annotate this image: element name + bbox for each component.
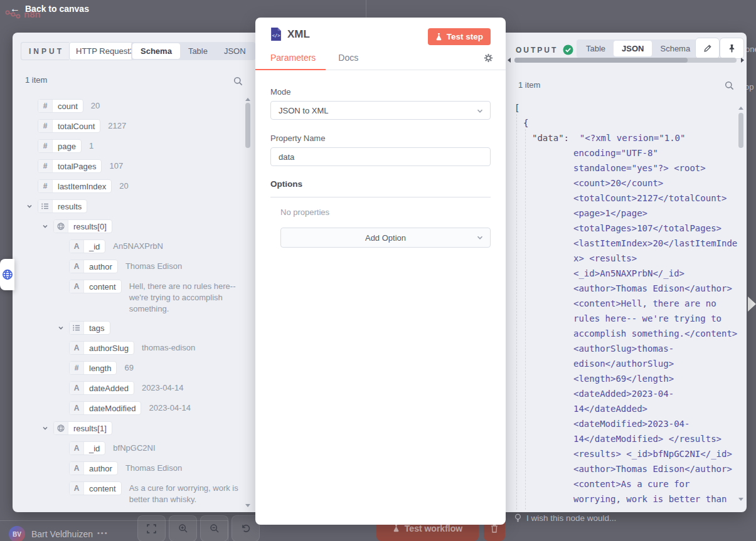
user-menu-button[interactable]: ••• (97, 529, 109, 537)
schema-row-content[interactable]: AcontentAs a cure for worrying, work is … (13, 481, 243, 505)
scroll-down-arrow[interactable] (738, 498, 743, 501)
schema-key-pill[interactable]: AdateAdded (69, 381, 134, 395)
schema-row-results-1-[interactable]: results[1] (13, 421, 243, 435)
edit-output-button[interactable] (695, 38, 720, 59)
input-tab-schema[interactable]: Schema (132, 43, 180, 59)
schema-key-pill[interactable]: Aauthor (69, 260, 118, 273)
schema-key-label: results (53, 200, 87, 213)
schema-value: Thomas Edison (125, 461, 182, 474)
schema-row-totalPages[interactable]: #totalPages107 (13, 159, 243, 173)
output-tab-schema[interactable]: Schema (652, 41, 698, 56)
scroll-up-arrow[interactable] (738, 107, 743, 110)
schema-row-length[interactable]: #length69 (13, 361, 243, 375)
json-line: <lastItemIndex>20</lastItemInde (506, 236, 740, 251)
add-option-label: Add Option (365, 233, 406, 243)
collapse-chevron-icon[interactable] (58, 321, 69, 331)
schema-key-pill[interactable]: results[1] (53, 421, 112, 435)
input-tab-table[interactable]: Table (180, 43, 216, 59)
property-name-label: Property Name (270, 134, 491, 143)
schema-key-label: results[1] (68, 422, 112, 434)
schema-row-author[interactable]: AauthorThomas Edison (13, 461, 243, 475)
schema-row-results-0-[interactable]: results[0] (13, 219, 243, 233)
schema-row-count[interactable]: #count20 (13, 99, 243, 113)
output-tab-table[interactable]: Table (578, 41, 614, 56)
node-settings-gear-icon[interactable] (484, 53, 493, 65)
json-line: worrying, work is better than (506, 491, 740, 507)
scroll-up-arrow[interactable] (245, 98, 250, 101)
modal-tab-docs[interactable]: Docs (338, 53, 358, 71)
http-request-node-globe-icon (2, 269, 13, 280)
schema-key-pill[interactable]: Acontent (69, 280, 122, 293)
collapse-chevron-icon[interactable] (42, 421, 53, 431)
mode-select[interactable]: JSON to XML (270, 101, 491, 120)
schema-key-pill[interactable]: AdateModified (69, 401, 141, 415)
string-type-icon: A (70, 342, 84, 354)
zoom-in-button[interactable] (169, 515, 197, 541)
schema-row-dateAdded[interactable]: AdateAdded2023-04-14 (13, 381, 243, 395)
hscroll-left-arrow[interactable] (508, 58, 511, 63)
mode-select-value: JSON to XML (279, 106, 328, 115)
input-panel: INPUT HTTP Request3 SchemaTableJSON 1 it… (13, 33, 253, 512)
input-tab-json[interactable]: JSON (216, 43, 254, 59)
schema-key-pill[interactable]: results (38, 199, 87, 213)
schema-row-authorSlug[interactable]: AauthorSlugthomas-edison (13, 341, 243, 355)
schema-row-_id[interactable]: A_idbfNpGC2NI (13, 441, 243, 455)
json-line: <dateModified>2023-04- (506, 416, 740, 431)
schema-key-pill[interactable]: #totalCount (38, 119, 100, 133)
schema-key-pill[interactable]: Acontent (69, 481, 122, 495)
collapse-chevron-icon[interactable] (42, 219, 53, 229)
schema-key-pill[interactable]: #length (69, 361, 117, 375)
json-line: <count>20</count> (506, 176, 740, 191)
schema-row-_id[interactable]: A_idAn5NAXPrbN (13, 239, 243, 253)
string-type-icon: A (70, 280, 84, 293)
node-feedback-link[interactable]: I wish this node would... (514, 513, 616, 523)
input-search-icon[interactable] (233, 76, 243, 88)
back-to-canvas-button[interactable]: ← Back to canvas (10, 4, 89, 14)
schema-row-author[interactable]: AauthorThomas Edison (13, 260, 243, 273)
schema-key-label: dateAdded (84, 382, 134, 394)
schema-value: 107 (109, 159, 123, 172)
schema-key-label: page (53, 140, 81, 152)
zoom-out-button[interactable] (200, 515, 228, 541)
test-step-button[interactable]: Test step (428, 28, 491, 45)
collapse-chevron-icon[interactable] (26, 199, 38, 209)
schema-value: As a cure for worrying, work is better t… (129, 481, 243, 505)
pin-data-button[interactable] (720, 38, 744, 59)
schema-key-pill[interactable]: #lastItemIndex (38, 179, 112, 193)
output-scrollbar[interactable] (738, 112, 743, 496)
input-scrollbar[interactable] (245, 103, 250, 502)
avatar[interactable]: BV (9, 526, 25, 541)
test-step-label: Test step (447, 32, 483, 41)
schema-row-content[interactable]: AcontentHell, there are no rules here-- … (13, 280, 243, 315)
schema-key-pill[interactable]: #totalPages (38, 159, 102, 173)
schema-key-pill[interactable]: Aauthor (69, 461, 118, 475)
schema-row-tags[interactable]: tags (13, 321, 243, 335)
schema-key-pill[interactable]: #count (38, 99, 83, 113)
schema-row-totalCount[interactable]: #totalCount2127 (13, 119, 243, 133)
schema-row-dateModified[interactable]: AdateModified2023-04-14 (13, 401, 243, 415)
pin-icon (728, 44, 736, 53)
schema-key-pill[interactable]: A_id (69, 441, 105, 455)
schema-key-pill[interactable]: A_id (69, 239, 105, 253)
input-source-node-button[interactable]: HTTP Request3 (69, 42, 141, 60)
connected-node-tab[interactable] (0, 259, 14, 290)
add-option-button[interactable]: Add Option (280, 228, 491, 248)
property-name-input[interactable]: data (270, 147, 491, 166)
number-type-icon: # (38, 120, 53, 132)
output-tab-json[interactable]: JSON (614, 41, 652, 56)
output-hscrollbar[interactable] (514, 58, 737, 63)
output-search-icon[interactable] (725, 81, 734, 93)
schema-row-results[interactable]: results (13, 199, 243, 213)
schema-row-lastItemIndex[interactable]: #lastItemIndex20 (13, 179, 243, 193)
schema-key-label: tags (84, 322, 110, 334)
schema-key-pill[interactable]: tags (69, 321, 110, 335)
schema-row-page[interactable]: #page1 (13, 139, 243, 153)
fit-view-button[interactable] (137, 515, 166, 541)
schema-key-pill[interactable]: results[0] (53, 219, 112, 233)
zoom-out-icon (210, 523, 220, 533)
schema-key-pill[interactable]: #page (38, 139, 82, 153)
next-node-arrow-icon[interactable] (748, 297, 756, 312)
scroll-down-arrow[interactable] (245, 504, 250, 507)
schema-key-pill[interactable]: AauthorSlug (69, 341, 134, 355)
hscroll-right-arrow[interactable] (741, 58, 744, 63)
